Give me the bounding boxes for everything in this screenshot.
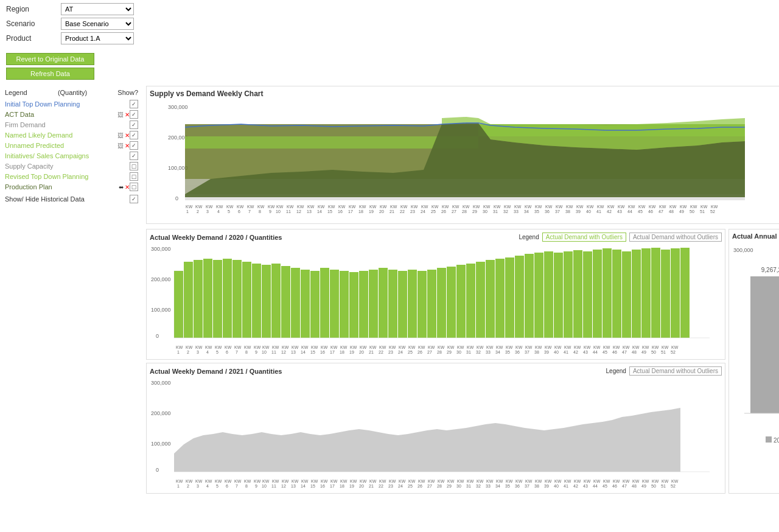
svg-text:KW: KW (186, 205, 193, 209)
checkbox-act[interactable] (130, 110, 138, 119)
svg-text:KW: KW (514, 205, 522, 209)
svg-rect-159 (573, 250, 582, 338)
svg-rect-137 (359, 271, 368, 338)
svg-text:7: 7 (248, 209, 251, 214)
svg-text:KW: KW (556, 205, 563, 209)
svg-rect-121 (203, 259, 212, 338)
svg-rect-158 (564, 251, 573, 338)
svg-text:7: 7 (236, 484, 238, 488)
region-select[interactable]: AT (61, 3, 134, 15)
svg-text:KW: KW (506, 479, 513, 483)
svg-text:46: 46 (612, 350, 617, 354)
svg-text:KW: KW (418, 479, 425, 483)
supply-chart-title: Supply vs Demand Weekly Chart (150, 89, 779, 98)
region-label: Region (6, 5, 61, 13)
svg-text:25: 25 (408, 350, 413, 354)
legend-label-2021: Legend (606, 368, 626, 374)
scenario-select[interactable]: Base Scenario (61, 18, 134, 30)
svg-text:35: 35 (534, 209, 539, 214)
svg-text:KW: KW (225, 479, 232, 483)
svg-text:15: 15 (327, 209, 332, 214)
list-item: Initial Top Down Planning (5, 100, 138, 108)
svg-rect-169 (671, 248, 680, 338)
svg-text:KW: KW (254, 479, 261, 483)
svg-text:12: 12 (296, 209, 301, 214)
checkbox-production[interactable]: □ (130, 183, 138, 191)
svg-rect-155 (534, 253, 543, 338)
svg-text:KW: KW (477, 479, 484, 483)
svg-text:KW: KW (711, 205, 718, 209)
svg-text:KW: KW (662, 345, 669, 349)
svg-text:41: 41 (596, 209, 601, 214)
svg-text:21: 21 (369, 484, 374, 488)
svg-text:1: 1 (177, 350, 180, 354)
svg-text:KW: KW (564, 345, 571, 349)
svg-text:KW: KW (564, 479, 571, 483)
svg-text:KW: KW (272, 345, 279, 349)
checkbox-initiatives[interactable] (130, 152, 138, 160)
svg-rect-135 (340, 271, 349, 338)
svg-text:2: 2 (197, 209, 199, 214)
svg-text:17: 17 (348, 209, 353, 214)
svg-text:24: 24 (421, 209, 425, 214)
svg-rect-139 (379, 268, 388, 338)
svg-text:KW: KW (545, 205, 553, 209)
svg-text:4: 4 (206, 484, 209, 488)
svg-text:KW: KW (369, 479, 377, 483)
svg-text:KW: KW (593, 345, 601, 349)
remove-unnamed[interactable]: ✕ (125, 142, 130, 149)
svg-text:KW: KW (467, 345, 474, 349)
revert-button[interactable]: Revert to Original Data (6, 53, 94, 65)
legend-with-outliers: Actual Demand with Outliers (542, 233, 626, 242)
svg-text:KW: KW (301, 479, 309, 483)
svg-text:52: 52 (671, 350, 676, 354)
svg-text:KW: KW (301, 345, 309, 349)
svg-text:10: 10 (262, 350, 267, 354)
svg-text:KW: KW (669, 205, 677, 209)
remove-act[interactable]: ✕ (125, 111, 130, 118)
checkbox-initial[interactable] (130, 100, 138, 108)
checkbox-firm[interactable] (130, 121, 138, 129)
svg-text:KW: KW (642, 479, 649, 483)
svg-text:KW: KW (369, 345, 377, 349)
svg-text:12: 12 (281, 350, 286, 354)
svg-text:KW: KW (328, 205, 335, 209)
svg-text:34: 34 (524, 209, 529, 214)
svg-text:KW: KW (311, 345, 318, 349)
svg-text:52: 52 (671, 484, 676, 488)
remove-named[interactable]: ✕ (125, 132, 130, 139)
checkbox-supply[interactable]: □ (130, 162, 138, 170)
svg-rect-146 (447, 267, 456, 338)
checkbox-revised[interactable]: □ (130, 172, 138, 181)
svg-rect-129 (281, 266, 290, 338)
svg-text:37: 37 (555, 209, 560, 214)
checkbox-named[interactable] (130, 131, 138, 139)
svg-rect-157 (554, 253, 563, 338)
list-item: Revised Top Down Planning □ (5, 172, 138, 181)
svg-text:21: 21 (390, 209, 394, 214)
svg-text:KW: KW (515, 345, 523, 349)
show-hide-historical[interactable]: Show/ Hide Historical Data (5, 195, 138, 203)
svg-text:KW: KW (292, 345, 299, 349)
svg-text:9: 9 (269, 209, 271, 214)
svg-text:KW: KW (195, 345, 203, 349)
svg-text:0: 0 (156, 333, 159, 339)
refresh-button[interactable]: Refresh Data (6, 68, 94, 80)
svg-text:KW: KW (652, 479, 659, 483)
svg-text:24: 24 (398, 350, 403, 354)
svg-text:8: 8 (245, 350, 248, 354)
svg-rect-134 (330, 270, 339, 338)
checkbox-show-hide[interactable] (130, 195, 138, 203)
svg-text:9: 9 (255, 350, 257, 354)
svg-text:43: 43 (583, 484, 588, 488)
checkbox-unnamed[interactable] (130, 141, 138, 150)
remove-production[interactable]: ✕ (125, 184, 130, 191)
svg-text:3: 3 (197, 484, 199, 488)
svg-text:49: 49 (641, 350, 646, 354)
svg-text:KW: KW (215, 345, 222, 349)
svg-text:20: 20 (359, 350, 364, 354)
svg-text:48: 48 (632, 350, 637, 354)
svg-rect-161 (593, 250, 602, 338)
svg-text:KW: KW (195, 479, 203, 483)
product-select[interactable]: Product 1.A (61, 32, 134, 44)
